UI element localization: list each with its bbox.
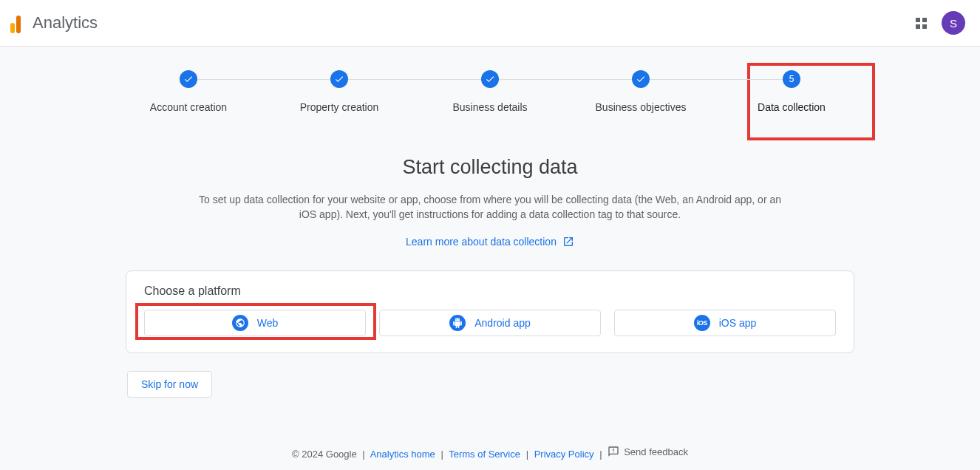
step-account-creation: Account creation bbox=[113, 70, 264, 113]
step-business-details: Business details bbox=[415, 70, 565, 113]
product-name: Analytics bbox=[33, 13, 98, 33]
apps-grid-icon[interactable] bbox=[916, 18, 927, 29]
platform-section-title: Choose a platform bbox=[144, 285, 836, 298]
check-icon bbox=[330, 70, 348, 88]
platform-web-label: Web bbox=[257, 317, 279, 329]
learn-more-text: Learn more about data collection bbox=[406, 236, 557, 248]
platform-android-button[interactable]: Android app bbox=[379, 310, 601, 336]
app-header: Analytics S bbox=[0, 0, 980, 47]
feedback-icon bbox=[608, 446, 619, 457]
footer-analytics-home-link[interactable]: Analytics home bbox=[370, 449, 435, 460]
feedback-label: Send feedback bbox=[624, 446, 688, 457]
send-feedback-button[interactable]: Send feedback bbox=[608, 446, 688, 457]
platform-ios-label: iOS app bbox=[719, 317, 757, 329]
android-icon bbox=[449, 315, 466, 331]
step-label: Property creation bbox=[300, 101, 379, 113]
step-label: Data collection bbox=[758, 101, 826, 113]
step-label: Account creation bbox=[150, 101, 227, 113]
step-data-collection: 5 Data collection bbox=[716, 70, 867, 113]
check-icon bbox=[632, 70, 650, 88]
content-section: Start collecting data To set up data col… bbox=[0, 156, 980, 248]
check-icon bbox=[180, 70, 197, 88]
platform-card: Choose a platform Web Android app iOS iO… bbox=[126, 270, 854, 353]
step-number-badge: 5 bbox=[783, 70, 800, 88]
platform-buttons-row: Web Android app iOS iOS app bbox=[144, 310, 836, 336]
platform-web-button[interactable]: Web bbox=[144, 310, 366, 336]
step-business-objectives: Business objectives bbox=[565, 70, 716, 113]
analytics-logo-icon bbox=[10, 13, 21, 33]
check-icon bbox=[481, 70, 499, 88]
stepper: Account creation Property creation Busin… bbox=[113, 70, 867, 113]
platform-ios-button[interactable]: iOS iOS app bbox=[614, 310, 836, 336]
step-label: Business objectives bbox=[596, 101, 687, 113]
header-right: S bbox=[916, 11, 965, 35]
page-title: Start collecting data bbox=[0, 156, 980, 179]
footer: © 2024 Google | Analytics home | Terms o… bbox=[0, 446, 980, 460]
ios-icon: iOS bbox=[694, 315, 710, 331]
external-link-icon bbox=[562, 236, 574, 248]
skip-button[interactable]: Skip for now bbox=[127, 371, 212, 398]
step-label: Business details bbox=[452, 101, 527, 113]
learn-more-link[interactable]: Learn more about data collection bbox=[406, 236, 574, 248]
avatar[interactable]: S bbox=[942, 11, 965, 35]
platform-android-label: Android app bbox=[474, 317, 531, 329]
page-subtitle: To set up data collection for your websi… bbox=[194, 192, 786, 222]
step-property-creation: Property creation bbox=[264, 70, 415, 113]
globe-icon bbox=[232, 315, 248, 331]
footer-terms-link[interactable]: Terms of Service bbox=[449, 449, 520, 460]
footer-privacy-link[interactable]: Privacy Policy bbox=[534, 449, 594, 460]
header-left: Analytics bbox=[10, 13, 98, 33]
main-area: Account creation Property creation Busin… bbox=[0, 47, 980, 470]
footer-copyright: © 2024 Google bbox=[292, 449, 357, 460]
